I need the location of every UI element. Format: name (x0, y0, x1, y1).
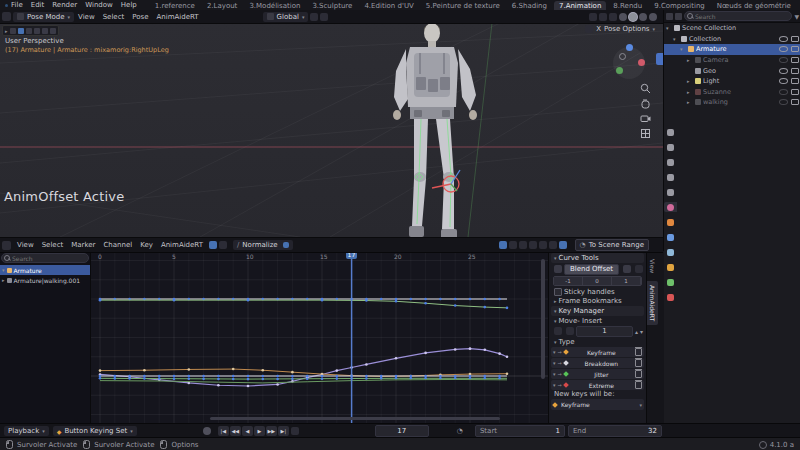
move-insert-header[interactable]: ▾Move- Insert (551, 316, 644, 325)
expand-icon[interactable]: ▸ (687, 57, 693, 63)
workspace-tab-3-sculpture[interactable]: 3.Sculpture (307, 1, 357, 10)
auto-normalize-icon[interactable] (283, 242, 289, 248)
new-keys-dropdown[interactable]: Keyframe ▾ (551, 399, 644, 410)
keyframe-dot[interactable] (114, 377, 117, 380)
fcurve-purple-curve[interactable] (100, 349, 507, 386)
keyframe-dot[interactable] (365, 375, 368, 378)
move-left-icon[interactable] (554, 327, 562, 335)
keyframe-dot[interactable] (484, 306, 487, 309)
expand-icon[interactable]: ▾ (666, 25, 672, 31)
delete-icon[interactable] (635, 348, 642, 356)
keyframe-dot[interactable] (262, 378, 265, 381)
fcurve-orange-curve[interactable] (100, 369, 507, 376)
keyframe-dot[interactable] (321, 299, 324, 302)
new-collection-icon[interactable] (675, 13, 682, 20)
mirror-x-toggle[interactable]: X (596, 25, 601, 33)
key-type-row-breakdown[interactable]: ▾→Breakdown (551, 358, 644, 368)
workspace-tab-5-peinture-de-texture[interactable]: 5.Peinture de texture (421, 1, 505, 10)
keyframe-dot[interactable] (506, 307, 509, 310)
delete-icon[interactable] (635, 381, 642, 389)
keyframe-dot[interactable] (291, 375, 294, 378)
keyframe-dot[interactable] (380, 298, 383, 301)
hide-render-camera-icon[interactable] (791, 89, 799, 95)
keyframe-dot[interactable] (395, 300, 398, 303)
properties-tab-tool[interactable] (664, 127, 677, 137)
properties-tab-output[interactable] (664, 157, 677, 167)
record-icon[interactable] (291, 427, 299, 435)
keyframe-dot[interactable] (291, 378, 294, 381)
outliner-row-armature[interactable]: ▾Armature (664, 44, 800, 55)
to-scene-range-button[interactable]: ◔ To Scene Range (575, 239, 649, 251)
sidebar-toggle[interactable] (656, 53, 663, 65)
warning-icon[interactable] (519, 241, 527, 249)
hide-render-camera-icon[interactable] (791, 68, 799, 74)
hide-render-camera-icon[interactable] (791, 46, 799, 52)
hide-viewport-eye-icon[interactable] (779, 57, 788, 63)
keyframe-dot[interactable] (410, 298, 413, 301)
jump-end-button[interactable]: ▶| (278, 426, 289, 436)
properties-tab-world[interactable] (664, 202, 677, 212)
jump-keys-icon[interactable]: → (558, 349, 562, 355)
hide-render-camera-icon[interactable] (791, 36, 799, 42)
insert-below-icon[interactable]: ▾ (640, 328, 643, 335)
graph-menu-marker[interactable]: Marker (67, 241, 99, 249)
delete-icon[interactable] (635, 359, 642, 367)
properties-tab-modifiers[interactable] (664, 232, 677, 242)
keyframe-dot[interactable] (143, 369, 146, 372)
viewport-3d[interactable]: ▸ User Perspective (17) Armature | Armat… (0, 23, 663, 237)
editor-type-icon[interactable] (2, 12, 11, 21)
workspace-tab-8-rendu[interactable]: 8.Rendu (608, 1, 647, 10)
expand-icon[interactable]: ▾ (680, 46, 686, 52)
keyframe-dot[interactable] (188, 377, 191, 380)
frame-bookmarks-header[interactable]: ▸Frame Bookmarks (551, 296, 644, 305)
next-keyframe-button[interactable]: ▶▶ (266, 426, 277, 436)
axis-x-icon[interactable] (638, 59, 645, 66)
key-type-row-extreme[interactable]: ▾→Extreme (551, 380, 644, 390)
keyframe-dot[interactable] (99, 377, 102, 380)
graph-menu-select[interactable]: Select (38, 241, 68, 249)
keyframe-dot[interactable] (276, 378, 279, 381)
keyframe-dot[interactable] (424, 302, 427, 305)
keyframe-dot[interactable] (217, 378, 220, 381)
fcurve-ease-down-green[interactable] (100, 300, 507, 308)
toggle-xray-icon[interactable] (609, 13, 617, 21)
keyframe-dot[interactable] (321, 377, 324, 380)
workspace-tab-3-mod-lisation[interactable]: 3.Modélisation (244, 1, 305, 10)
keyframe-dot[interactable] (173, 377, 176, 380)
keyframe-dot[interactable] (99, 375, 102, 378)
fcurve-flat-zero-green[interactable] (100, 378, 507, 379)
outliner-search-input[interactable] (684, 11, 792, 21)
channel-search-input[interactable] (1, 253, 89, 263)
shading-wireframe-icon[interactable] (619, 13, 627, 21)
workspace-tab-4-edition-d-uv[interactable]: 4.Edition d'UV (359, 1, 418, 10)
tool-settings-icon[interactable] (635, 265, 643, 273)
keyframe-dot[interactable] (380, 377, 383, 380)
key-manager-header[interactable]: ▾Key Manager (551, 306, 644, 316)
keyframe-dot[interactable] (173, 299, 176, 302)
cursor-icon[interactable] (26, 28, 32, 34)
keyframe-dot[interactable] (424, 352, 427, 355)
menu-help[interactable]: Help (117, 1, 141, 9)
properties-tab-object-data[interactable] (664, 277, 677, 287)
workspace-tab-7-animation[interactable]: 7.Animation (554, 1, 606, 10)
tweak-icon[interactable] (10, 28, 16, 34)
viewport-menu-view[interactable]: View (74, 13, 99, 21)
keyframe-dot[interactable] (365, 377, 368, 380)
keyframe-dot[interactable] (395, 375, 398, 378)
show-hidden-icon[interactable] (219, 241, 227, 249)
keyframe-dot[interactable] (439, 375, 442, 378)
use-preview-range-icon[interactable]: ◔ (457, 427, 463, 435)
keyframe-dot[interactable] (395, 377, 398, 380)
keyframe-dot[interactable] (128, 377, 131, 380)
keyframe-dot[interactable] (454, 348, 457, 351)
shading-rendered-icon[interactable] (649, 13, 657, 21)
sidebar-tab-animaidert[interactable]: AnimAideRT (647, 281, 658, 325)
delete-icon[interactable] (635, 370, 642, 378)
toggle-ortho-icon[interactable] (640, 128, 651, 139)
keyframe-dot[interactable] (395, 357, 398, 360)
camera-view-icon[interactable] (640, 113, 651, 124)
expand-icon[interactable]: ▸ (5, 28, 8, 34)
curve-tools-header[interactable]: ▾Curve Tools (551, 253, 644, 263)
next-tool-icon[interactable] (623, 265, 631, 273)
keyframe-dot[interactable] (498, 377, 501, 380)
